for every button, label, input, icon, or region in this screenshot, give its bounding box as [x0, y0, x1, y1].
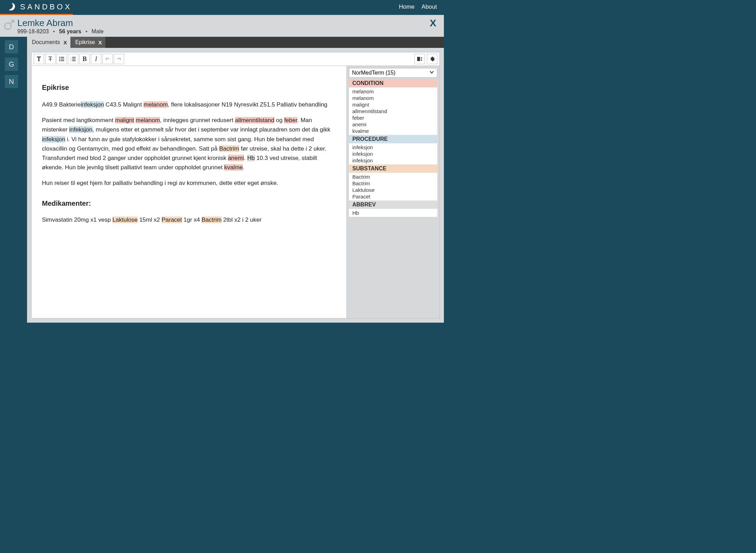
term-infeksjon[interactable]: infeksjon	[81, 101, 104, 108]
category-header-condition: CONDITION	[349, 79, 437, 87]
medications-heading: Medikamenter:	[42, 198, 336, 209]
term-melanom[interactable]: melanom	[144, 101, 168, 108]
svg-point-0	[5, 23, 11, 29]
svg-rect-16	[421, 59, 422, 59]
brand-text: SANDBOX	[20, 2, 72, 11]
panel-item[interactable]: anemi	[349, 121, 437, 128]
term-infeksjon-3[interactable]: infeksjon	[42, 136, 65, 143]
nav-about[interactable]: About	[422, 3, 437, 10]
toolbar-text-size[interactable]: T	[34, 54, 44, 64]
term-malignt[interactable]: malignt	[115, 117, 134, 124]
term-hb[interactable]: Hb	[247, 155, 255, 161]
left-rail: D G N	[0, 37, 27, 323]
toolbar-italic[interactable]: I	[91, 54, 101, 64]
doc-paragraph-4: Simvastatin 20mg x1 vesp Laktulose 15ml …	[42, 215, 336, 224]
doc-title: Epikrise	[42, 82, 336, 93]
panel-item[interactable]: Bactrim	[349, 180, 437, 187]
svg-rect-13	[72, 60, 76, 61]
patient-gender: Male	[92, 28, 104, 35]
rail-button-g[interactable]: G	[5, 58, 18, 71]
chevron-down-icon	[429, 70, 434, 76]
term-feber[interactable]: feber	[284, 117, 297, 124]
panel-item[interactable]: Paracet	[349, 193, 437, 200]
doc-paragraph-1: A49.9 Bakterieinfeksjon C43.5 Malignt me…	[42, 100, 336, 109]
svg-rect-11	[72, 59, 76, 59]
term-melanom-2[interactable]: melanom	[136, 117, 160, 124]
svg-rect-17	[421, 60, 422, 61]
toolbar-undo[interactable]	[102, 54, 113, 64]
panel-item[interactable]: infeksjon	[349, 151, 437, 157]
close-patient-button[interactable]: X	[430, 18, 438, 29]
svg-rect-5	[61, 59, 64, 59]
nav-home[interactable]: Home	[399, 3, 414, 10]
toolbar-redo[interactable]	[114, 54, 124, 64]
patient-name: Lemke Abram	[17, 18, 104, 28]
tab-epikrise-close[interactable]: X	[98, 40, 102, 45]
toolbar-bold[interactable]: B	[79, 54, 90, 64]
panel-item[interactable]: Laktulose	[349, 187, 437, 193]
svg-rect-14	[417, 57, 420, 61]
terms-panel: NorMedTerm (15) CONDITIONmelanommelanomm…	[347, 66, 440, 318]
patient-id: 999-18-8203	[17, 28, 49, 35]
term-paracet[interactable]: Paracet	[162, 216, 182, 223]
tab-epikrise[interactable]: Epikrise X	[70, 37, 105, 48]
term-laktulose[interactable]: Laktulose	[112, 216, 138, 223]
toolbar-numbered-list[interactable]: 123	[68, 54, 78, 64]
term-allmenntilstand[interactable]: allmenntilstand	[235, 117, 274, 124]
category-header-procedure: PROCEDURE	[349, 135, 437, 143]
panel-item[interactable]: Hb	[349, 210, 437, 216]
patient-meta: 999-18-8203 • 56 years • Male	[17, 28, 104, 35]
patient-age: 56 years	[59, 28, 81, 35]
category-header-substance: SUBSTANCE	[349, 164, 437, 173]
top-nav: Home About	[399, 3, 437, 10]
svg-point-6	[59, 60, 60, 61]
logo: SANDBOX	[7, 2, 72, 12]
toolbar-layout-toggle[interactable]	[414, 54, 425, 64]
panel-item[interactable]: feber	[349, 114, 437, 121]
doc-paragraph-3: Hun reiser til eget hjem for palliativ b…	[42, 178, 336, 188]
doc-paragraph-2: Pasient med langtkomment malignt melanom…	[42, 116, 336, 172]
patient-bar: Lemke Abram 999-18-8203 • 56 years • Mal…	[0, 15, 444, 37]
svg-point-2	[59, 57, 60, 58]
tabs-bar: Documents X Epikrise X	[27, 37, 444, 48]
term-bactrim[interactable]: Bactrim	[219, 145, 239, 152]
panel-item[interactable]: infeksjon	[349, 144, 437, 151]
panel-item[interactable]: allmenntilstand	[349, 108, 437, 114]
terminology-dropdown[interactable]: NorMedTerm (15)	[349, 68, 437, 78]
tab-documents-close[interactable]: X	[63, 40, 67, 45]
term-infeksjon-2[interactable]: infeksjon	[69, 126, 92, 133]
logo-icon	[7, 2, 17, 12]
panel-item[interactable]: melanom	[349, 95, 437, 101]
tab-documents[interactable]: Documents X	[27, 37, 70, 48]
panel-item[interactable]: kvalme	[349, 128, 437, 134]
toolbar-bullet-list[interactable]	[57, 54, 67, 64]
svg-text:3: 3	[70, 60, 71, 62]
svg-rect-9	[72, 57, 76, 58]
editor-toolbar: T T 123 B I	[31, 52, 440, 66]
svg-rect-7	[61, 60, 64, 61]
document-editor[interactable]: Epikrise A49.9 Bakterieinfeksjon C43.5 M…	[31, 66, 347, 318]
toolbar-settings[interactable]	[427, 54, 437, 64]
gender-male-icon	[3, 19, 15, 31]
svg-point-4	[59, 59, 60, 60]
panel-item[interactable]: malignt	[349, 101, 437, 108]
top-bar: SANDBOX Home About	[0, 0, 444, 14]
panel-item[interactable]: Bactrim	[349, 173, 437, 180]
category-header-abbrev: ABBREV	[349, 201, 437, 209]
svg-rect-15	[421, 57, 422, 58]
rail-button-n[interactable]: N	[5, 75, 18, 88]
term-kvalme[interactable]: kvalme	[224, 164, 243, 171]
svg-line-1	[10, 20, 14, 24]
svg-rect-3	[61, 57, 64, 58]
toolbar-strikethrough[interactable]: T	[45, 54, 55, 64]
panel-item[interactable]: infeksjon	[349, 157, 437, 164]
term-anemi[interactable]: anemi	[228, 155, 244, 161]
term-bactrim-2[interactable]: Bactrim	[201, 216, 222, 223]
rail-button-d[interactable]: D	[5, 40, 18, 53]
panel-item[interactable]: melanom	[349, 88, 437, 95]
